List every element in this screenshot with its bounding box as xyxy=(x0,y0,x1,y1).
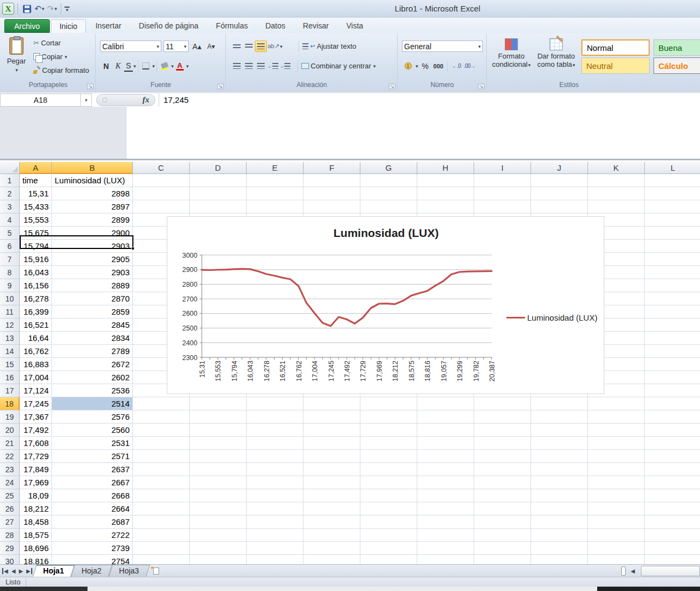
cell-A29[interactable]: 18,696 xyxy=(20,542,52,555)
italic-button[interactable]: K xyxy=(112,60,124,72)
cell-I29[interactable] xyxy=(474,542,531,555)
cell-B22[interactable]: 2571 xyxy=(52,450,133,463)
cell-F23[interactable] xyxy=(304,463,360,476)
cell-C29[interactable] xyxy=(133,542,190,555)
cell-C25[interactable] xyxy=(133,489,190,502)
cell-H1[interactable] xyxy=(417,174,474,187)
formula-bar-value[interactable]: 17,245 xyxy=(159,95,189,105)
cell-E19[interactable] xyxy=(247,410,304,424)
cell-C23[interactable] xyxy=(133,463,190,476)
cell-B8[interactable]: 2903 xyxy=(52,266,133,279)
cell-H2[interactable] xyxy=(417,187,474,200)
cell-L14[interactable] xyxy=(645,345,700,358)
cell-B28[interactable]: 2722 xyxy=(52,529,133,542)
cell-L17[interactable] xyxy=(645,384,700,397)
cell-L22[interactable] xyxy=(645,450,700,463)
cell-J19[interactable] xyxy=(531,410,588,424)
cell-G25[interactable] xyxy=(360,489,417,502)
row-header-4[interactable]: 4 xyxy=(0,213,20,227)
cell-J25[interactable] xyxy=(531,489,588,502)
cell-D25[interactable] xyxy=(190,489,247,502)
wrap-text-button[interactable]: ↩Ajustar texto xyxy=(301,40,358,52)
row-header-1[interactable]: 1 xyxy=(0,174,20,187)
cell-C20[interactable] xyxy=(133,424,190,437)
cell-F22[interactable] xyxy=(304,450,360,463)
cell-A10[interactable]: 16,278 xyxy=(20,292,52,305)
column-header-F[interactable]: F xyxy=(304,162,360,174)
align-right-button[interactable] xyxy=(255,60,267,72)
cell-A6[interactable]: 15,794 xyxy=(20,240,52,253)
cell-L8[interactable] xyxy=(645,266,700,279)
cell-D23[interactable] xyxy=(190,463,247,476)
decrease-indent-button[interactable]: ← xyxy=(267,60,279,72)
cell-D27[interactable] xyxy=(190,515,247,529)
row-header-15[interactable]: 15 xyxy=(0,358,20,371)
cell-F3[interactable] xyxy=(304,200,360,213)
cell-H19[interactable] xyxy=(417,410,474,424)
cell-C28[interactable] xyxy=(133,529,190,542)
cell-F26[interactable] xyxy=(304,502,360,515)
font-size-combo[interactable]: 11▾ xyxy=(164,40,189,52)
cell-C30[interactable] xyxy=(133,555,190,564)
cell-G28[interactable] xyxy=(360,529,417,542)
cell-H30[interactable] xyxy=(417,555,474,564)
cell-K23[interactable] xyxy=(588,463,645,476)
cell-F19[interactable] xyxy=(304,410,360,424)
cell-D21[interactable] xyxy=(190,437,247,450)
customize-qat-button[interactable]: ▾ xyxy=(65,7,69,11)
cell-L10[interactable] xyxy=(645,292,700,305)
column-header-D[interactable]: D xyxy=(190,162,247,174)
cell-E27[interactable] xyxy=(247,515,304,529)
cell-E2[interactable] xyxy=(247,187,304,200)
ribbon-tab-insertar[interactable]: Insertar xyxy=(87,19,129,33)
cell-K30[interactable] xyxy=(588,555,645,564)
column-header-L[interactable]: L xyxy=(645,162,700,174)
cell-H28[interactable] xyxy=(417,529,474,542)
cell-D22[interactable] xyxy=(190,450,247,463)
cell-C1[interactable] xyxy=(133,174,190,187)
row-header-14[interactable]: 14 xyxy=(0,345,20,358)
cell-B27[interactable]: 2687 xyxy=(52,515,133,529)
row-header-19[interactable]: 19 xyxy=(0,410,20,424)
cell-I25[interactable] xyxy=(474,489,531,502)
cell-H25[interactable] xyxy=(417,489,474,502)
excel-logo-icon[interactable]: X xyxy=(2,3,14,15)
cell-B20[interactable]: 2560 xyxy=(52,424,133,437)
cell-A9[interactable]: 16,156 xyxy=(20,279,52,292)
cell-E29[interactable] xyxy=(247,542,304,555)
column-header-J[interactable]: J xyxy=(531,162,588,174)
redo-button[interactable]: ↷▾ xyxy=(46,3,57,15)
cell-A22[interactable]: 17,729 xyxy=(20,450,52,463)
cell-A20[interactable]: 17,492 xyxy=(20,424,52,437)
copy-button[interactable]: Copiar▾ xyxy=(32,51,91,62)
paste-button[interactable]: Pegar ▾ xyxy=(4,36,28,79)
cell-J27[interactable] xyxy=(531,515,588,529)
cell-B17[interactable]: 2536 xyxy=(52,384,133,397)
column-header-C[interactable]: C xyxy=(133,162,190,174)
cell-F21[interactable] xyxy=(304,437,360,450)
cell-F20[interactable] xyxy=(304,424,360,437)
increase-decimal-button[interactable]: ←.0 xyxy=(451,60,463,72)
cell-K18[interactable] xyxy=(588,397,645,410)
cell-I24[interactable] xyxy=(474,476,531,489)
cell-G30[interactable] xyxy=(360,555,417,564)
cell-E24[interactable] xyxy=(247,476,304,489)
column-header-K[interactable]: K xyxy=(588,162,645,174)
cell-A18[interactable]: 17,245 xyxy=(20,397,52,410)
borders-button[interactable] xyxy=(140,60,152,72)
cut-button[interactable]: ✂Cortar xyxy=(32,37,91,49)
cell-E26[interactable] xyxy=(247,502,304,515)
hscroll-thumb[interactable] xyxy=(641,566,700,576)
cell-D3[interactable] xyxy=(190,200,247,213)
tab-scrollbar-splitter[interactable] xyxy=(621,566,626,576)
cell-A28[interactable]: 18,575 xyxy=(20,529,52,542)
ribbon-tab-revisar[interactable]: Revisar xyxy=(295,19,337,33)
cell-D1[interactable] xyxy=(190,174,247,187)
cell-B2[interactable]: 2898 xyxy=(52,187,133,200)
cell-G26[interactable] xyxy=(360,502,417,515)
cell-style-normal[interactable]: Normal xyxy=(581,39,650,56)
cell-J26[interactable] xyxy=(531,502,588,515)
cell-L2[interactable] xyxy=(645,187,700,200)
cell-E22[interactable] xyxy=(247,450,304,463)
cell-E18[interactable] xyxy=(247,397,304,410)
